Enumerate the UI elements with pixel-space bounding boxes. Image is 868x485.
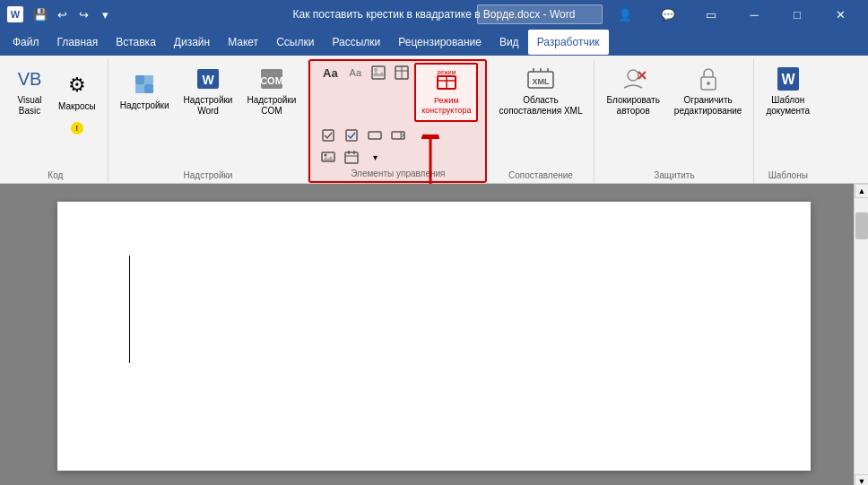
code-group-label: Код [9,169,102,183]
restrict-editing-label: Ограничитьредактирование [674,95,742,117]
visual-basic-button[interactable]: VB VisualBasic [9,61,50,120]
doc-template-icon: W [774,65,803,93]
text-aa2-button[interactable]: Aa [344,63,366,82]
datepicker-button[interactable] [341,147,362,167]
scroll-down-button[interactable]: ▼ [855,474,868,485]
scroll-thumb[interactable] [855,212,868,239]
picture-content-button[interactable] [317,147,339,167]
vertical-scrollbar[interactable]: ▲ ▼ [854,184,868,485]
svg-text:COM: COM [260,75,283,86]
ribbon-group-addins: Надстройки W НадстройкиWord COM Надстрой… [108,59,309,183]
menu-review[interactable]: Рецензирование [389,30,490,55]
svg-point-9 [374,68,378,72]
templates-group-content: W Шаблондокумента [760,61,816,169]
menu-view[interactable]: Вид [490,30,528,55]
doc-template-label: Шаблондокумента [766,95,810,117]
scroll-up-button[interactable]: ▲ [855,184,868,198]
menu-developer[interactable]: Разработчик [528,30,609,55]
addins-label: Надстройки [120,100,169,111]
design-mode-button[interactable]: режим Режимконструктора [414,63,478,122]
addins-button[interactable]: Надстройки [114,61,176,120]
protect-group-label: Защитить [600,169,748,183]
document-page[interactable] [57,202,811,471]
ribbon-group-mapping: XML Областьсопоставления XML Сопоставлен… [487,59,595,183]
addins-word-icon: W [194,65,222,93]
mapping-group-content: XML Областьсопоставления XML [492,61,588,169]
block-authors-icon [619,65,647,93]
xml-mapping-button[interactable]: XML Областьсопоставления XML [492,61,588,120]
restrict-editing-icon [694,65,723,93]
visual-basic-icon: VB [15,65,44,93]
red-arrow [421,134,439,188]
word-icon: W [7,6,23,22]
textbox-button[interactable] [364,126,386,145]
addins-group-content: Надстройки W НадстройкиWord COM Надстрой… [114,61,303,169]
xml-mapping-icon: XML [526,65,555,93]
ribbon-group-code: VB VisualBasic ⚙ Макросы ! Код [4,59,108,183]
menu-references[interactable]: Ссылки [267,30,323,55]
svg-rect-21 [392,132,404,139]
minimize-button[interactable]: ─ [733,0,775,29]
mapping-group-label: Сопоставление [492,169,588,183]
menu-layout[interactable]: Макет [219,30,267,55]
block-authors-button[interactable]: Блокироватьавторов [600,61,665,120]
image-control-button[interactable] [368,63,389,82]
svg-point-38 [707,82,710,85]
more-controls-button[interactable]: ▾ [364,147,386,167]
svg-rect-25 [345,152,358,163]
combo-button[interactable] [387,126,409,145]
undo-button[interactable]: ↩ [52,4,72,24]
menu-insert[interactable]: Вставка [107,30,165,55]
checkbox2-button[interactable] [341,126,362,145]
menu-design[interactable]: Дизайн [165,30,219,55]
svg-rect-2 [135,84,144,93]
code-group-content: VB VisualBasic ⚙ Макросы ! [9,61,102,169]
addins-icon [130,70,159,99]
document-area: ▲ ▼ [0,184,868,485]
xml-mapping-label: Областьсопоставления XML [499,95,582,117]
visual-basic-label: VisualBasic [17,95,41,117]
maximize-button[interactable]: □ [777,0,818,29]
svg-rect-0 [135,75,144,84]
ribbon-display-button[interactable]: ▭ [690,0,732,29]
qat-customize-button[interactable]: ▾ [95,4,115,24]
warning-icon: ! [71,122,83,134]
restrict-editing-button[interactable]: Ограничитьредактирование [668,61,749,120]
comment-button[interactable]: 💬 [647,0,689,29]
save-button[interactable]: 💾 [30,4,50,24]
addins-word-button[interactable]: W НадстройкиWord [178,61,239,120]
addins-com-label: НадстройкиCOM [247,95,296,117]
svg-text:режим: режим [437,69,456,76]
text-cursor [129,255,130,363]
svg-text:W: W [202,73,214,87]
user-button[interactable]: 👤 [604,0,646,29]
doc-template-button[interactable]: W Шаблондокумента [760,61,816,120]
macros-button[interactable]: ⚙ Макросы [52,61,102,120]
ribbon-group-templates: W Шаблондокумента Шаблоны [754,59,821,183]
menu-file[interactable]: Файл [4,30,48,55]
menu-mailings[interactable]: Рассылки [323,30,389,55]
svg-rect-1 [144,75,153,84]
menu-bar: Файл Главная Вставка Дизайн Макет Ссылки… [0,29,868,56]
table-control-button[interactable] [391,63,412,82]
block-authors-label: Блокироватьавторов [606,95,659,117]
menu-home[interactable]: Главная [48,30,108,55]
svg-text:XML: XML [532,77,550,86]
addins-word-label: НадстройкиWord [184,95,233,117]
controls-group-label: Элементы управления [317,167,478,181]
svg-rect-3 [144,84,153,93]
close-button[interactable]: ✕ [820,0,861,29]
svg-text:W: W [781,72,795,87]
redo-button[interactable]: ↪ [74,4,93,24]
templates-group-label: Шаблоны [760,169,816,183]
addins-group-label: Надстройки [114,169,303,183]
title-bar: W 💾 ↩ ↪ ▾ Как поставить крестик в квадра… [0,0,868,29]
ribbon-group-protect: Блокироватьавторов Ограничитьредактирова… [595,59,754,183]
svg-point-34 [628,70,638,81]
addins-com-button[interactable]: COM НадстройкиCOM [240,61,302,120]
checkbox-button[interactable] [317,126,339,145]
controls-group-content: Aa Aa режим [317,63,478,167]
svg-rect-18 [346,130,357,141]
text-aa-button[interactable]: Aa [317,63,343,82]
window-title: Как поставить крестик в квадратике в Вор… [293,8,576,21]
